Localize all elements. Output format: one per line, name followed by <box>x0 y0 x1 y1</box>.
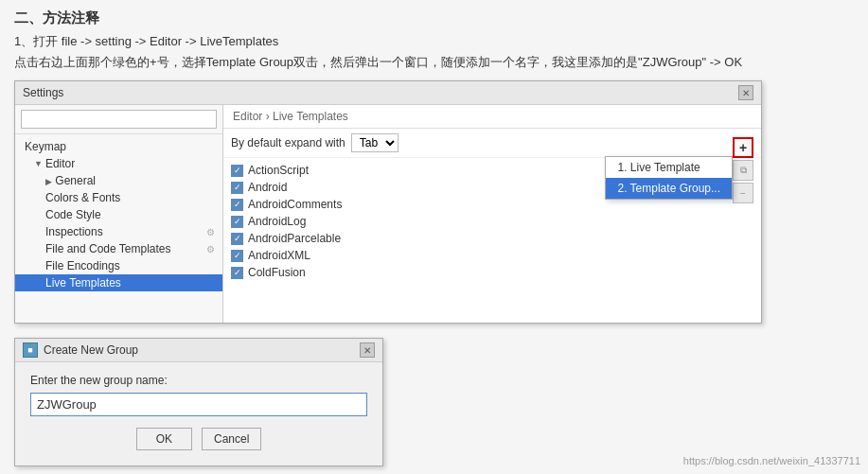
create-group-label: Enter the new group name: <box>30 374 367 387</box>
add-dropdown-popup: 1. Live Template 2. Template Group... <box>605 156 733 200</box>
settings-right-panel: Editor › Live Templates By default expan… <box>223 105 761 323</box>
settings-close-button[interactable]: ✕ <box>738 85 753 100</box>
dropdown-live-template[interactable]: 1. Live Template <box>606 157 732 178</box>
checkbox-androidxml[interactable] <box>231 250 243 262</box>
sidebar-item-file-code-templates[interactable]: File and Code Templates ⚙ <box>15 240 222 257</box>
create-close-button[interactable]: ✕ <box>360 342 375 358</box>
right-toolbar: By default expand with Tab <box>223 129 761 158</box>
desc-text: 点击右边上面那个绿色的+号，选择Template Group双击，然后弹出一个窗… <box>14 54 854 71</box>
list-item: ColdFusion <box>223 264 761 281</box>
search-input[interactable] <box>21 110 217 129</box>
settings-title: Settings <box>23 86 63 99</box>
create-dialog-buttons: OK Cancel <box>30 428 367 450</box>
settings-dialog-body: Keymap ▼ Editor ▶ General Colors & Fonts… <box>15 105 761 323</box>
settings-dialog: Settings ✕ Keymap ▼ Editor ▶ General <box>14 80 762 324</box>
sidebar-item-colors-fonts[interactable]: Colors & Fonts <box>15 189 222 206</box>
checkbox-androidparcelable[interactable] <box>231 233 243 245</box>
list-item: AndroidParcelable <box>223 230 761 247</box>
file-templates-icon: ⚙ <box>206 244 215 255</box>
sidebar-item-keymap[interactable]: Keymap <box>15 138 222 155</box>
step1-text: 1、打开 file -> setting -> Editor -> LiveTe… <box>14 33 854 50</box>
list-item: AndroidLog <box>223 213 761 230</box>
sidebar-item-editor[interactable]: ▼ Editor <box>15 155 222 172</box>
side-action-buttons: ⧉ − <box>733 160 753 203</box>
sidebar-item-code-style[interactable]: Code Style <box>15 206 222 223</box>
sidebar-item-live-templates[interactable]: Live Templates <box>15 274 222 291</box>
settings-left-panel: Keymap ▼ Editor ▶ General Colors & Fonts… <box>15 105 223 323</box>
create-dialog-body: Enter the new group name: OK Cancel <box>15 362 382 465</box>
arrow-right-icon: ▶ <box>45 177 52 186</box>
sidebar-item-file-encodings[interactable]: File Encodings <box>15 257 222 274</box>
sidebar-item-inspections[interactable]: Inspections ⚙ <box>15 223 222 240</box>
tree-area: Keymap ▼ Editor ▶ General Colors & Fonts… <box>15 134 222 323</box>
checkbox-androidlog[interactable] <box>231 216 243 228</box>
list-item: AndroidXML <box>223 247 761 264</box>
create-dialog-title: Create New Group <box>44 343 138 357</box>
expand-select[interactable]: Tab <box>351 133 399 152</box>
breadcrumb: Editor › Live Templates <box>223 105 761 129</box>
expand-label: By default expand with <box>231 136 345 149</box>
create-dialog-icon: ■ <box>23 342 38 358</box>
delete-button[interactable]: − <box>733 183 753 203</box>
checkbox-actionscript[interactable] <box>231 165 243 177</box>
breadcrumb-text: Editor › Live Templates <box>233 110 348 123</box>
copy-button[interactable]: ⧉ <box>733 160 753 181</box>
create-titlebar: ■ Create New Group ✕ <box>15 339 382 362</box>
settings-titlebar: Settings ✕ <box>15 81 761 105</box>
create-title-area: ■ Create New Group <box>23 342 138 358</box>
ok-button[interactable]: OK <box>136 428 192 450</box>
search-box <box>15 105 222 134</box>
create-group-dialog: ■ Create New Group ✕ Enter the new group… <box>14 338 383 466</box>
inspections-icon: ⚙ <box>206 227 215 237</box>
checkbox-androidcomments[interactable] <box>231 199 243 211</box>
checkbox-coldfusion[interactable] <box>231 267 243 279</box>
checkbox-android[interactable] <box>231 182 243 194</box>
dropdown-template-group[interactable]: 2. Template Group... <box>606 178 732 199</box>
page-section-title: 二、方法注释 <box>14 9 854 27</box>
group-name-input[interactable] <box>30 393 367 416</box>
cancel-button[interactable]: Cancel <box>202 428 261 450</box>
sidebar-item-general[interactable]: ▶ General <box>15 172 222 189</box>
arrow-down-icon: ▼ <box>34 159 43 168</box>
watermark: https://blog.csdn.net/weixin_41337711 <box>683 455 860 466</box>
add-template-button[interactable]: + <box>733 137 753 158</box>
